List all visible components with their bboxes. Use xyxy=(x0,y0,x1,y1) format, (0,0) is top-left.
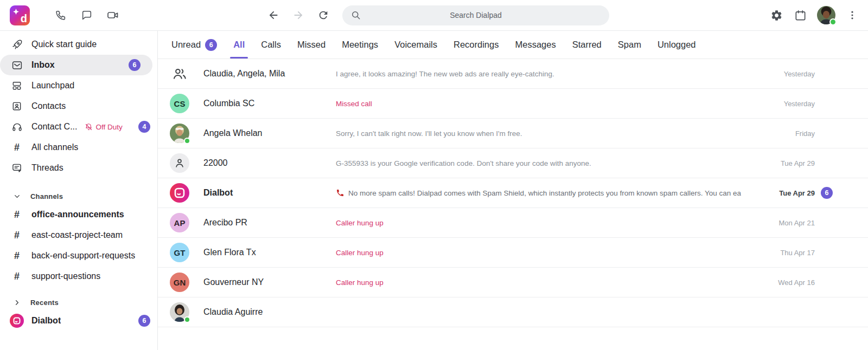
tab-label: Calls xyxy=(261,40,281,50)
conversation-row[interactable]: GT Glen Flora Tx Caller hung up Thu Apr … xyxy=(158,238,868,268)
conversation-list: Claudia, Angela, Mila I agree, it looks … xyxy=(158,59,868,350)
chat-icon[interactable] xyxy=(80,8,94,22)
conversation-row[interactable]: CS Columbia SC Missed call Yesterday xyxy=(158,89,868,119)
inbox-tabs: Unread 6 All Calls Missed Meetings Voice… xyxy=(158,31,868,59)
group-avatar-icon xyxy=(170,64,189,83)
tab-spam[interactable]: Spam xyxy=(618,31,641,59)
tab-label: Unlogged xyxy=(658,40,696,50)
conversation-row[interactable]: GN Gouverneur NY Caller hung up Wed Apr … xyxy=(158,268,868,297)
initials-avatar: GN xyxy=(170,273,189,292)
conversation-name: Claudia, Angela, Mila xyxy=(203,69,336,79)
hash-icon: # xyxy=(11,209,23,221)
conversation-name: Angela Whelan xyxy=(203,128,336,138)
channels-section-header[interactable]: Channels xyxy=(0,188,157,204)
conversation-date: Mon Apr 21 xyxy=(779,219,815,227)
off-duty-label: Off Duty xyxy=(95,123,122,131)
inbox-main: Unread 6 All Calls Missed Meetings Voice… xyxy=(158,31,868,350)
tab-all[interactable]: All xyxy=(233,31,245,59)
tab-unlogged[interactable]: Unlogged xyxy=(658,31,696,59)
sidebar-channel-support-questions[interactable]: # support-questions xyxy=(0,266,157,287)
conversation-row[interactable]: Angela Whelan Sorry, I can't talk right … xyxy=(158,119,868,148)
tab-label: Recordings xyxy=(454,40,499,50)
sidebar-item-label: Inbox xyxy=(31,60,55,70)
contact-card-icon xyxy=(11,101,23,112)
sidebar-item-label: Quick start guide xyxy=(31,40,97,49)
search-icon xyxy=(350,10,361,21)
back-button[interactable] xyxy=(266,8,280,22)
recents-section-header[interactable]: Recents xyxy=(0,294,157,310)
conversation-date: Tue Apr 29 xyxy=(779,189,815,197)
hash-icon: # xyxy=(11,250,23,262)
hash-icon: # xyxy=(11,230,23,241)
sidebar-item-quick-start-guide[interactable]: Quick start guide xyxy=(0,34,157,55)
channel-label: back-end-support-requests xyxy=(31,251,135,261)
dialbot-icon xyxy=(11,314,23,328)
phone-icon[interactable] xyxy=(54,8,68,22)
tab-label: Messages xyxy=(515,40,556,50)
tab-missed[interactable]: Missed xyxy=(297,31,326,59)
tab-label: Meetings xyxy=(342,40,378,50)
headset-icon xyxy=(11,121,23,133)
sidebar-item-label: Threads xyxy=(31,163,63,173)
sidebar-item-launchpad[interactable]: Launchpad xyxy=(0,75,157,96)
video-icon[interactable] xyxy=(106,8,120,22)
tab-starred[interactable]: Starred xyxy=(572,31,602,59)
conversation-date: Yesterday xyxy=(784,70,815,78)
refresh-button[interactable] xyxy=(316,8,330,22)
threads-icon xyxy=(11,163,23,173)
conversation-preview: Missed call xyxy=(336,100,776,108)
unread-badge: 6 xyxy=(821,187,833,199)
top-bar: d xyxy=(0,0,868,31)
tab-calls[interactable]: Calls xyxy=(261,31,281,59)
recent-label: Dialbot xyxy=(31,316,61,326)
search-bar[interactable] xyxy=(342,5,609,25)
tab-unread[interactable]: Unread 6 xyxy=(171,31,217,59)
conversation-row[interactable]: AP Arecibo PR Caller hung up Mon Apr 21 xyxy=(158,208,868,238)
inbox-icon xyxy=(11,60,23,71)
conversation-date: Thu Apr 17 xyxy=(780,249,815,257)
conversation-row[interactable]: Dialbot No more spam calls! Dialpad come… xyxy=(158,178,868,208)
sidebar-channel-back-end-support-requests[interactable]: # back-end-support-requests xyxy=(0,245,157,266)
conversation-preview: No more spam calls! Dialpad comes with S… xyxy=(336,189,771,197)
sidebar-channel-east-coast-project-team[interactable]: # east-coast-project-team xyxy=(0,225,157,245)
tab-meetings[interactable]: Meetings xyxy=(342,31,378,59)
settings-gear-icon[interactable] xyxy=(769,8,783,22)
sidebar-item-threads[interactable]: Threads xyxy=(0,158,157,178)
rocket-icon xyxy=(11,39,23,50)
launchpad-icon xyxy=(11,80,23,91)
sidebar-item-inbox[interactable]: Inbox 6 xyxy=(0,55,152,75)
sidebar-item-label: Launchpad xyxy=(31,81,74,90)
tab-messages[interactable]: Messages xyxy=(515,31,556,59)
sidebar-item-contact-center[interactable]: Contact C... Off Duty 4 xyxy=(0,116,157,137)
sidebar-item-label: Contacts xyxy=(31,101,66,111)
kebab-menu-icon[interactable] xyxy=(845,8,859,22)
tab-voicemails[interactable]: Voicemails xyxy=(394,31,437,59)
conversation-row[interactable]: Claudia, Angela, Mila I agree, it looks … xyxy=(158,59,868,89)
dialpad-logo: d xyxy=(10,5,30,25)
photo-avatar xyxy=(170,124,189,143)
off-duty-status: Off Duty xyxy=(85,123,122,131)
sidebar-item-all-channels[interactable]: # All channels xyxy=(0,137,157,158)
tab-recordings[interactable]: Recordings xyxy=(454,31,499,59)
calendar-icon[interactable] xyxy=(793,8,807,22)
dialbot-avatar-icon xyxy=(170,183,189,203)
user-avatar[interactable] xyxy=(817,6,835,24)
conversation-row[interactable]: Claudia Aguirre xyxy=(158,297,868,327)
conversation-preview: Caller hung up xyxy=(336,278,770,287)
conversation-date: Tue Apr 29 xyxy=(781,159,815,167)
conversation-row[interactable]: 22000 G-355933 is your Google verificati… xyxy=(158,148,868,178)
tab-label: Spam xyxy=(618,40,641,50)
conversation-preview: I agree, it looks amazing! The new web a… xyxy=(336,70,776,78)
sidebar-item-dialbot[interactable]: Dialbot 6 xyxy=(0,310,157,331)
conversation-name: Arecibo PR xyxy=(203,218,336,228)
search-input[interactable] xyxy=(342,11,609,20)
conversation-preview: Caller hung up xyxy=(336,219,771,227)
sidebar-channel-office-announcements[interactable]: # office-announcements xyxy=(0,204,157,225)
logo-letter: d xyxy=(21,12,27,25)
conversation-name: Columbia SC xyxy=(203,99,336,108)
sidebar-item-contacts[interactable]: Contacts xyxy=(0,96,157,116)
initials-avatar: AP xyxy=(170,213,189,232)
sidebar-item-label: All channels xyxy=(31,142,78,152)
forward-button[interactable] xyxy=(291,8,305,22)
hash-icon: # xyxy=(11,271,23,282)
